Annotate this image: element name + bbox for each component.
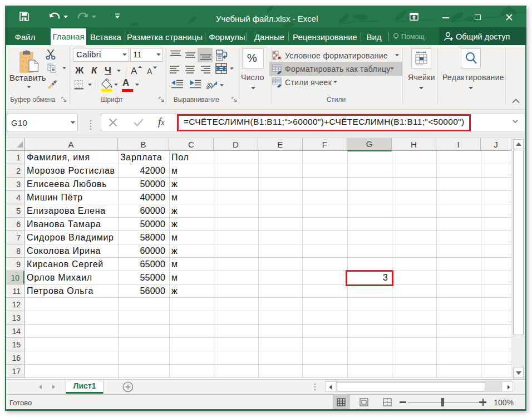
svg-text:ab: ab — [206, 80, 214, 91]
